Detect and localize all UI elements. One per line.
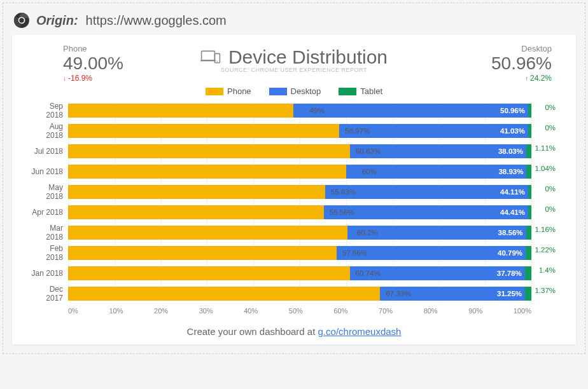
- bar-value-phone: 49%: [309, 107, 324, 114]
- axis-tick: 40%: [244, 307, 258, 315]
- bar-row-label: Apr 2018: [31, 208, 67, 217]
- bar-segment-tablet: [528, 205, 531, 219]
- svg-rect-3: [202, 51, 215, 60]
- bar-value-tablet: 0%: [545, 185, 556, 193]
- bar-value-tablet: 1.16%: [535, 226, 556, 233]
- bar-row: Mar 201860.2%38.56%1.16%: [68, 224, 531, 241]
- bar-segment-phone: 55.56%: [68, 205, 324, 219]
- bar-segment-phone: 57.96%: [68, 246, 337, 260]
- bar-value-desktop: 50.96%: [500, 107, 525, 114]
- bar-segment-desktop: 50.96%: [293, 104, 528, 118]
- headline-desktop-delta: ↑ 24.2%: [525, 74, 552, 83]
- headline-desktop: Desktop 50.96% ↑ 24.2%: [491, 44, 552, 83]
- bar-value-tablet: 1.22%: [535, 246, 556, 254]
- legend-swatch: [269, 88, 287, 95]
- chart-title: Device Distribution: [200, 46, 388, 68]
- bar-value-phone: 58.97%: [345, 127, 370, 135]
- bar-value-desktop: 38.93%: [498, 168, 523, 175]
- svg-point-6: [217, 61, 218, 62]
- bar-track: 60.2%38.56%1.16%: [68, 226, 531, 240]
- chart-legend: PhoneDesktopTablet: [31, 86, 557, 96]
- bar-row-label: Jul 2018: [31, 147, 67, 156]
- footer-link[interactable]: g.co/chromeuxdash: [318, 326, 402, 337]
- devices-icon: [200, 50, 221, 65]
- bar-value-desktop: 44.41%: [500, 208, 525, 216]
- axis-tick: 0%: [68, 307, 78, 315]
- bar-value-phone: 60.83%: [356, 147, 381, 155]
- bar-track: 58.97%41.03%0%: [68, 124, 531, 138]
- bar-track: 55.56%44.41%0%: [68, 205, 531, 219]
- axis-tick: 100%: [514, 307, 531, 315]
- bar-row: Jan 201860.74%37.78%1.4%: [68, 265, 531, 282]
- axis-tick: 70%: [379, 307, 393, 315]
- footer-text: Create your own dashboard at g.co/chrome…: [31, 326, 557, 337]
- chart-bars: Sep 201849%50.96%0%Aug 201858.97%41.03%0…: [68, 102, 531, 302]
- bar-value-desktop: 38.03%: [498, 147, 523, 155]
- bar-segment-tablet: [526, 165, 531, 179]
- bar-row: Apr 201855.56%44.41%0%: [68, 204, 531, 221]
- bar-row-label: Aug 2018: [31, 122, 67, 140]
- bar-segment-phone: 60.2%: [68, 226, 347, 240]
- headline-desktop-value: 50.96%: [491, 53, 552, 74]
- bar-track: 60.83%38.03%1.11%: [68, 144, 531, 158]
- bar-row-label: Mar 2018: [31, 224, 67, 242]
- bar-value-tablet: 0%: [545, 104, 556, 111]
- origin-bar: Origin: https://www.goggles.com: [6, 6, 582, 35]
- bar-segment-phone: 49%: [68, 104, 293, 118]
- bar-track: 67.33%31.25%1.37%: [68, 287, 531, 301]
- bar-segment-phone: 60.74%: [68, 266, 350, 280]
- bar-row: Jul 201860.83%38.03%1.11%: [68, 143, 531, 160]
- headline-phone-value: 49.00%: [63, 53, 123, 74]
- bar-value-desktop: 41.03%: [500, 127, 525, 135]
- bar-row: Aug 201858.97%41.03%0%: [68, 123, 531, 139]
- footer-prefix: Create your own dashboard at: [187, 326, 318, 337]
- bar-row: Sep 201849%50.96%0%: [68, 102, 531, 119]
- legend-label: Tablet: [360, 86, 382, 96]
- bar-value-tablet: 1.4%: [539, 266, 556, 274]
- legend-item: Tablet: [339, 86, 382, 96]
- bar-value-desktop: 31.25%: [497, 290, 522, 297]
- bar-value-phone: 55.83%: [331, 188, 356, 196]
- bar-row-label: Sep 2018: [31, 102, 67, 119]
- bar-value-tablet: 0%: [545, 124, 556, 132]
- headline-phone: Phone 49.00% ↓ -16.9%: [63, 44, 123, 83]
- arrow-down-icon: ↓: [63, 75, 66, 82]
- bar-row: Feb 201857.96%40.79%1.22%: [68, 245, 531, 261]
- svg-point-2: [19, 18, 24, 23]
- chrome-icon: [13, 12, 30, 29]
- origin-url: https://www.goggles.com: [86, 13, 227, 28]
- bar-segment-phone: 55.83%: [68, 185, 325, 199]
- bar-value-desktop: 38.56%: [498, 229, 523, 236]
- bar-value-desktop: 37.78%: [497, 270, 522, 277]
- arrow-up-icon: ↑: [525, 75, 528, 82]
- bar-segment-tablet: [526, 144, 531, 158]
- bar-segment-tablet: [526, 246, 531, 260]
- bar-value-phone: 60.74%: [356, 270, 381, 277]
- legend-label: Phone: [227, 86, 251, 96]
- legend-swatch: [339, 88, 356, 95]
- bar-segment-tablet: [528, 124, 531, 138]
- bar-track: 57.96%40.79%1.22%: [68, 246, 531, 260]
- bar-value-phone: 67.33%: [386, 290, 410, 297]
- bar-track: 60.74%37.78%1.4%: [68, 266, 531, 280]
- bar-track: 55.83%44.11%0%: [68, 185, 531, 199]
- bar-value-phone: 60.2%: [357, 229, 378, 236]
- bar-row: Jun 201860%38.93%1.04%: [68, 163, 531, 180]
- x-axis: 0%10%20%30%40%50%60%70%80%90%100%: [31, 307, 557, 315]
- bar-segment-phone: 60.83%: [68, 144, 350, 158]
- outer-frame: Origin: https://www.goggles.com Device D…: [3, 3, 585, 354]
- bar-value-tablet: 1.04%: [535, 165, 556, 172]
- legend-label: Desktop: [291, 86, 321, 96]
- bar-segment-tablet: [528, 104, 531, 118]
- headline-phone-label: Phone: [63, 44, 123, 53]
- chart-title-text: Device Distribution: [228, 46, 388, 68]
- bar-segment-tablet: [525, 287, 531, 301]
- bar-value-tablet: 1.11%: [535, 144, 556, 152]
- bar-segment-tablet: [528, 185, 531, 199]
- bar-segment-tablet: [525, 266, 531, 280]
- legend-swatch: [206, 88, 223, 95]
- bar-row-label: Feb 2018: [31, 244, 67, 262]
- bar-row: Dec 201767.33%31.25%1.37%: [68, 285, 531, 302]
- axis-tick: 10%: [109, 307, 123, 315]
- axis-tick: 60%: [333, 307, 347, 315]
